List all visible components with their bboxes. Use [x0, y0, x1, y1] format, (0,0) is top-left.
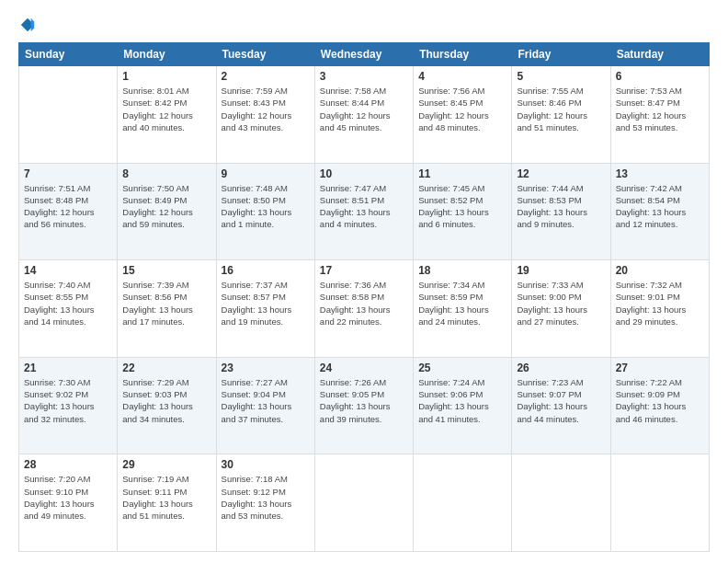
day-number: 21: [24, 362, 112, 374]
calendar-cell: 5Sunrise: 7:55 AM Sunset: 8:46 PM Daylig…: [512, 66, 610, 164]
day-info: Sunrise: 7:56 AM Sunset: 8:45 PM Dayligh…: [418, 85, 506, 133]
calendar-cell: 27Sunrise: 7:22 AM Sunset: 9:09 PM Dayli…: [610, 357, 709, 454]
calendar-cell: 30Sunrise: 7:18 AM Sunset: 9:12 PM Dayli…: [216, 454, 314, 552]
day-number: 10: [320, 167, 408, 180]
calendar-cell: 8Sunrise: 7:50 AM Sunset: 8:49 PM Daylig…: [118, 163, 216, 260]
day-info: Sunrise: 7:51 AM Sunset: 8:48 PM Dayligh…: [24, 182, 112, 231]
calendar-cell: 26Sunrise: 7:23 AM Sunset: 9:07 PM Dayli…: [512, 357, 610, 454]
calendar-header-day: Tuesday: [216, 43, 314, 66]
day-number: 25: [418, 362, 506, 374]
calendar-cell: 22Sunrise: 7:29 AM Sunset: 9:03 PM Dayli…: [118, 357, 216, 454]
day-number: 30: [222, 458, 310, 471]
calendar-cell: [414, 454, 512, 552]
day-number: 28: [24, 458, 112, 471]
day-info: Sunrise: 7:20 AM Sunset: 9:10 PM Dayligh…: [24, 473, 112, 522]
day-number: 3: [320, 70, 408, 83]
calendar-cell: 29Sunrise: 7:19 AM Sunset: 9:11 PM Dayli…: [118, 454, 216, 552]
calendar-cell: 14Sunrise: 7:40 AM Sunset: 8:55 PM Dayli…: [19, 260, 118, 358]
day-info: Sunrise: 7:22 AM Sunset: 9:09 PM Dayligh…: [616, 376, 704, 425]
calendar-cell: 7Sunrise: 7:51 AM Sunset: 8:48 PM Daylig…: [19, 163, 118, 260]
calendar-cell: 12Sunrise: 7:44 AM Sunset: 8:53 PM Dayli…: [512, 163, 610, 260]
day-number: 12: [517, 167, 605, 180]
day-number: 7: [24, 167, 112, 180]
day-info: Sunrise: 7:26 AM Sunset: 9:05 PM Dayligh…: [320, 376, 408, 425]
day-info: Sunrise: 7:59 AM Sunset: 8:43 PM Dayligh…: [222, 85, 310, 133]
day-number: 26: [517, 362, 605, 374]
day-info: Sunrise: 7:47 AM Sunset: 8:51 PM Dayligh…: [320, 182, 408, 231]
calendar-header-day: Friday: [512, 43, 610, 66]
calendar-header-day: Wednesday: [314, 43, 413, 66]
calendar-week-row: 21Sunrise: 7:30 AM Sunset: 9:02 PM Dayli…: [19, 357, 710, 454]
calendar-cell: 11Sunrise: 7:45 AM Sunset: 8:52 PM Dayli…: [414, 163, 512, 260]
day-number: 14: [24, 264, 112, 277]
day-number: 8: [122, 167, 210, 180]
day-number: 20: [616, 264, 704, 277]
calendar-cell: [314, 454, 413, 552]
day-info: Sunrise: 7:23 AM Sunset: 9:07 PM Dayligh…: [517, 376, 605, 425]
calendar-week-row: 14Sunrise: 7:40 AM Sunset: 8:55 PM Dayli…: [19, 260, 710, 358]
calendar-header-day: Saturday: [610, 43, 709, 66]
calendar-table: SundayMondayTuesdayWednesdayThursdayFrid…: [18, 42, 710, 552]
day-info: Sunrise: 7:27 AM Sunset: 9:04 PM Dayligh…: [222, 376, 310, 425]
day-number: 13: [616, 167, 704, 180]
calendar-cell: 16Sunrise: 7:37 AM Sunset: 8:57 PM Dayli…: [216, 260, 314, 358]
day-info: Sunrise: 7:34 AM Sunset: 8:59 PM Dayligh…: [418, 279, 506, 327]
day-info: Sunrise: 7:55 AM Sunset: 8:46 PM Dayligh…: [517, 85, 605, 133]
calendar-cell: 18Sunrise: 7:34 AM Sunset: 8:59 PM Dayli…: [414, 260, 512, 358]
day-info: Sunrise: 7:32 AM Sunset: 9:01 PM Dayligh…: [616, 279, 704, 327]
calendar-cell: 19Sunrise: 7:33 AM Sunset: 9:00 PM Dayli…: [512, 260, 610, 358]
calendar-cell: 21Sunrise: 7:30 AM Sunset: 9:02 PM Dayli…: [19, 357, 118, 454]
day-number: 6: [616, 70, 704, 83]
day-info: Sunrise: 7:19 AM Sunset: 9:11 PM Dayligh…: [122, 473, 210, 522]
day-info: Sunrise: 7:53 AM Sunset: 8:47 PM Dayligh…: [616, 85, 704, 133]
calendar-cell: [610, 454, 709, 552]
day-info: Sunrise: 7:39 AM Sunset: 8:56 PM Dayligh…: [122, 279, 210, 327]
day-number: 19: [517, 264, 605, 277]
day-number: 22: [122, 362, 210, 374]
calendar-week-row: 1Sunrise: 8:01 AM Sunset: 8:42 PM Daylig…: [19, 66, 710, 164]
calendar-cell: [512, 454, 610, 552]
calendar-header-day: Sunday: [19, 43, 118, 66]
day-info: Sunrise: 7:44 AM Sunset: 8:53 PM Dayligh…: [517, 182, 605, 231]
header: [18, 17, 710, 33]
calendar-header-day: Monday: [118, 43, 216, 66]
calendar-cell: 10Sunrise: 7:47 AM Sunset: 8:51 PM Dayli…: [314, 163, 413, 260]
day-number: 9: [222, 167, 310, 180]
calendar-cell: 23Sunrise: 7:27 AM Sunset: 9:04 PM Dayli…: [216, 357, 314, 454]
day-info: Sunrise: 7:30 AM Sunset: 9:02 PM Dayligh…: [24, 376, 112, 425]
day-number: 5: [517, 70, 605, 83]
logo-icon: [19, 17, 36, 33]
day-info: Sunrise: 7:58 AM Sunset: 8:44 PM Dayligh…: [320, 85, 408, 133]
day-number: 27: [616, 362, 704, 374]
day-info: Sunrise: 7:33 AM Sunset: 9:00 PM Dayligh…: [517, 279, 605, 327]
page: SundayMondayTuesdayWednesdayThursdayFrid…: [0, 0, 728, 563]
svg-marker-1: [31, 18, 35, 31]
day-number: 23: [222, 362, 310, 374]
day-info: Sunrise: 7:29 AM Sunset: 9:03 PM Dayligh…: [122, 376, 210, 425]
calendar-cell: 1Sunrise: 8:01 AM Sunset: 8:42 PM Daylig…: [118, 66, 216, 164]
calendar-week-row: 28Sunrise: 7:20 AM Sunset: 9:10 PM Dayli…: [19, 454, 710, 552]
calendar-cell: 6Sunrise: 7:53 AM Sunset: 8:47 PM Daylig…: [610, 66, 709, 164]
calendar-cell: 9Sunrise: 7:48 AM Sunset: 8:50 PM Daylig…: [216, 163, 314, 260]
day-number: 24: [320, 362, 408, 374]
logo: [18, 17, 36, 33]
day-info: Sunrise: 7:40 AM Sunset: 8:55 PM Dayligh…: [24, 279, 112, 327]
day-info: Sunrise: 7:50 AM Sunset: 8:49 PM Dayligh…: [122, 182, 210, 231]
day-number: 18: [418, 264, 506, 277]
day-number: 17: [320, 264, 408, 277]
calendar-cell: 2Sunrise: 7:59 AM Sunset: 8:43 PM Daylig…: [216, 66, 314, 164]
day-number: 2: [222, 70, 310, 83]
day-info: Sunrise: 7:24 AM Sunset: 9:06 PM Dayligh…: [418, 376, 506, 425]
calendar-cell: 15Sunrise: 7:39 AM Sunset: 8:56 PM Dayli…: [118, 260, 216, 358]
calendar-cell: 17Sunrise: 7:36 AM Sunset: 8:58 PM Dayli…: [314, 260, 413, 358]
day-info: Sunrise: 7:36 AM Sunset: 8:58 PM Dayligh…: [320, 279, 408, 327]
day-number: 15: [122, 264, 210, 277]
calendar-cell: 28Sunrise: 7:20 AM Sunset: 9:10 PM Dayli…: [19, 454, 118, 552]
calendar-cell: 24Sunrise: 7:26 AM Sunset: 9:05 PM Dayli…: [314, 357, 413, 454]
day-number: 4: [418, 70, 506, 83]
calendar-header-row: SundayMondayTuesdayWednesdayThursdayFrid…: [19, 43, 710, 66]
day-info: Sunrise: 7:48 AM Sunset: 8:50 PM Dayligh…: [222, 182, 310, 231]
day-info: Sunrise: 8:01 AM Sunset: 8:42 PM Dayligh…: [122, 85, 210, 133]
calendar-cell: 4Sunrise: 7:56 AM Sunset: 8:45 PM Daylig…: [414, 66, 512, 164]
calendar-week-row: 7Sunrise: 7:51 AM Sunset: 8:48 PM Daylig…: [19, 163, 710, 260]
